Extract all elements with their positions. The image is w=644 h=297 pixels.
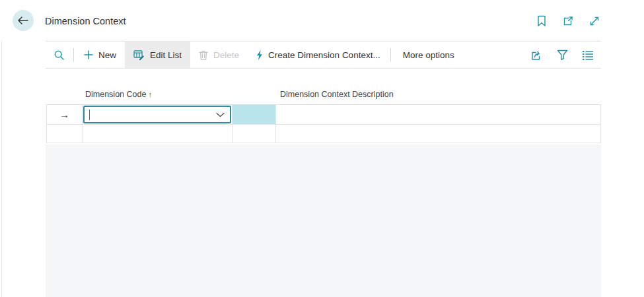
window-left-edge	[1, 0, 2, 297]
delete-button-label: Delete	[213, 50, 239, 60]
trash-icon	[199, 50, 208, 60]
middle-cell-selected[interactable]	[233, 105, 276, 125]
toolbar-right-icons	[530, 42, 601, 68]
page-title: Dimension Context	[45, 16, 126, 26]
delete-button[interactable]: Delete	[190, 42, 248, 68]
open-in-new-window-icon[interactable]	[561, 15, 575, 28]
row-selector-cell[interactable]	[47, 125, 83, 143]
lightning-icon	[256, 50, 263, 60]
plus-icon	[84, 50, 93, 59]
edit-list-button-label: Edit List	[150, 50, 182, 60]
column-header-dimension-code[interactable]: Dimension Code↑	[85, 90, 152, 99]
create-dimension-context-button[interactable]: Create Dimension Context...	[248, 42, 389, 68]
back-button[interactable]	[13, 10, 34, 31]
more-options-button[interactable]: More options	[392, 42, 465, 68]
dimension-code-input[interactable]	[83, 106, 231, 123]
table-row	[47, 125, 600, 143]
description-cell[interactable]	[276, 125, 600, 143]
show-list-icon[interactable]	[581, 48, 594, 61]
search-icon	[54, 50, 65, 61]
app-window: Dimension Context	[0, 0, 644, 297]
column-header-description[interactable]: Dimension Context Description	[280, 90, 394, 99]
empty-page-canvas	[46, 145, 601, 297]
create-dimension-context-label: Create Dimension Context...	[268, 50, 380, 60]
description-cell[interactable]	[276, 105, 600, 125]
new-button[interactable]: New	[75, 42, 125, 68]
arrow-left-icon	[17, 16, 29, 25]
header-actions	[535, 15, 601, 28]
dimension-code-cell[interactable]	[83, 105, 233, 125]
dimension-context-grid: →	[46, 104, 601, 143]
action-toolbar: New Edit List Delete	[46, 41, 601, 69]
table-row: →	[47, 105, 600, 125]
bookmark-icon[interactable]	[535, 15, 548, 28]
new-button-label: New	[98, 50, 116, 60]
share-icon[interactable]	[530, 48, 543, 61]
middle-cell[interactable]	[233, 125, 276, 143]
sort-ascending-icon: ↑	[148, 90, 152, 98]
dimension-code-cell[interactable]	[83, 125, 233, 143]
edit-list-button[interactable]: Edit List	[125, 42, 190, 68]
page-header: Dimension Context	[0, 0, 644, 41]
chevron-down-icon[interactable]	[216, 112, 225, 117]
expand-icon[interactable]	[588, 15, 601, 28]
more-options-label: More options	[403, 50, 454, 60]
active-row-arrow-icon: →	[59, 110, 69, 119]
filter-icon[interactable]	[555, 48, 569, 61]
toolbar-divider	[390, 48, 391, 61]
row-selector-cell[interactable]: →	[47, 105, 83, 125]
text-caret	[89, 110, 90, 120]
search-button[interactable]	[46, 42, 72, 68]
toolbar-divider	[73, 48, 74, 61]
table-edit-icon	[133, 50, 145, 60]
